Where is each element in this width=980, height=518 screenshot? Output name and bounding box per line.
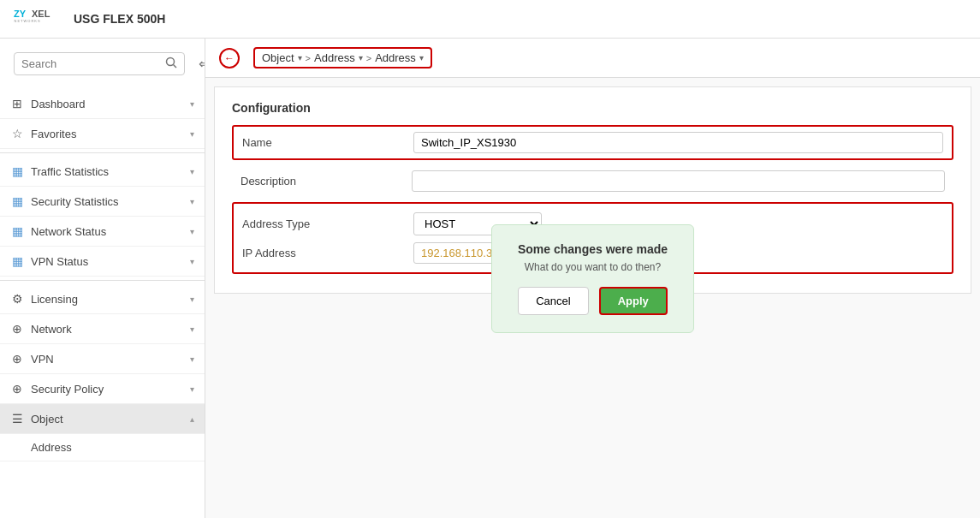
breadcrumb-separator: > [366,53,371,63]
sidebar-item-label: Licensing [31,293,78,306]
security-policy-icon: ⊕ [10,382,24,396]
chevron-up-icon: ▴ [190,414,194,424]
logo-area: ZY XEL NETWORKS USG FLEX 500H [14,5,165,33]
search-input[interactable] [21,57,165,70]
breadcrumb-bar: ← Object ▾ > Address ▾ > Address ▾ [205,39,980,78]
name-input[interactable] [413,132,943,153]
sidebar-toggle[interactable]: ⇐ [199,56,205,72]
chevron-icon: ▾ [190,354,194,364]
divider [0,152,205,153]
breadcrumb-dropdown-icon[interactable]: ▾ [419,53,424,63]
chevron-icon: ▾ [190,384,194,394]
sidebar-item-label: Favorites [31,128,76,140]
search-icon [165,57,177,68]
name-label: Name [242,136,413,149]
search-icon-btn[interactable] [165,57,177,71]
vpn-icon: ⊕ [10,352,24,366]
description-input[interactable] [412,170,945,192]
sidebar-item-label: Network [31,323,72,336]
form-title: Configuration [232,101,953,115]
svg-text:ZY: ZY [14,8,27,18]
breadcrumb-separator: > [306,53,311,63]
sidebar-item-object[interactable]: ☰ Object ▴ [0,404,205,434]
cancel-button[interactable]: Cancel [518,287,588,315]
chevron-icon: ▾ [190,129,194,139]
sidebar-item-vpn-status[interactable]: ▦ VPN Status ▾ [0,247,205,277]
sidebar-item-label: Dashboard [31,98,86,110]
sidebar-item-label: VPN Status [31,255,88,268]
ip-address-label: IP Address [242,247,413,259]
divider [0,280,205,281]
chevron-icon: ▾ [190,324,194,334]
content-area: ← Object ▾ > Address ▾ > Address ▾ [205,39,980,518]
sidebar-item-label: Security Policy [31,383,104,396]
name-row: Name [232,125,953,160]
security-stats-icon: ▦ [10,194,24,208]
svg-line-4 [174,65,177,68]
sidebar-item-label: Object [31,413,63,426]
sidebar-sub-address[interactable]: Address [0,434,205,461]
sidebar-item-network-status[interactable]: ▦ Network Status ▾ [0,217,205,247]
breadcrumb-address1[interactable]: Address ▾ [314,51,363,64]
description-row: Description [232,165,953,197]
sidebar-item-licensing[interactable]: ⚙ Licensing ▾ [0,284,205,314]
breadcrumb-address2[interactable]: Address ▾ [375,51,424,64]
breadcrumb-object[interactable]: Object ▾ [262,51,302,64]
chevron-icon: ▾ [190,227,194,236]
model-name: USG FLEX 500H [74,12,165,26]
breadcrumb-label: Object [262,51,294,64]
sidebar-item-vpn[interactable]: ⊕ VPN ▾ [0,344,205,374]
dashboard-icon: ⊞ [10,97,24,110]
popup-dialog: Some changes were made What do you want … [491,224,694,333]
sidebar-item-security-policy[interactable]: ⊕ Security Policy ▾ [0,374,205,404]
traffic-icon: ▦ [10,164,24,178]
favorites-icon: ☆ [10,127,24,140]
apply-button[interactable]: Apply [599,287,668,315]
breadcrumb-container: Object ▾ > Address ▾ > Address ▾ [253,47,432,68]
breadcrumb-dropdown-icon[interactable]: ▾ [359,53,363,63]
popup-subtitle: What do you want to do then? [518,261,668,273]
sidebar-item-label: VPN [31,353,54,366]
svg-text:XEL: XEL [32,8,50,18]
sidebar: ⇐ ⊞ Dashboard ▾ ☆ Favorites ▾ ▦ Traffic … [0,39,205,518]
sidebar-item-security-stats[interactable]: ▦ Security Statistics ▾ [0,187,205,217]
search-box[interactable] [14,52,185,75]
object-icon: ☰ [10,412,24,426]
sidebar-item-label: Traffic Statistics [31,165,109,178]
description-label: Description [241,175,412,188]
sidebar-item-network[interactable]: ⊕ Network ▾ [0,314,205,344]
chevron-icon: ▾ [190,197,194,206]
chevron-icon: ▾ [190,167,194,176]
breadcrumb-back-button[interactable]: ← [219,48,240,68]
network-icon: ⊕ [10,322,24,336]
breadcrumb-label: Address [314,51,355,64]
sidebar-item-traffic-stats[interactable]: ▦ Traffic Statistics ▾ [0,157,205,187]
network-status-icon: ▦ [10,224,24,238]
chevron-icon: ▾ [190,99,194,109]
address-type-label: Address Type [242,217,413,230]
popup-title: Some changes were made [518,242,668,256]
popup-buttons: Cancel Apply [518,287,668,315]
sidebar-item-favorites[interactable]: ☆ Favorites ▾ [0,119,205,149]
breadcrumb-dropdown-icon[interactable]: ▾ [298,53,302,63]
chevron-icon: ▾ [190,295,194,304]
sidebar-item-label: Network Status [31,225,106,238]
sub-item-label: Address [31,441,72,454]
breadcrumb-label: Address [375,51,416,64]
chevron-icon: ▾ [190,257,194,266]
sidebar-item-label: Security Statistics [31,195,119,208]
sidebar-item-dashboard[interactable]: ⊞ Dashboard ▾ [0,89,205,119]
app-header: ZY XEL NETWORKS USG FLEX 500H [0,0,980,39]
zyxel-logo: ZY XEL NETWORKS [14,5,65,33]
main-layout: ⇐ ⊞ Dashboard ▾ ☆ Favorites ▾ ▦ Traffic … [0,39,980,518]
svg-point-3 [167,58,175,66]
licensing-icon: ⚙ [10,292,24,306]
vpn-status-icon: ▦ [10,254,24,268]
svg-text:NETWORKS: NETWORKS [15,18,41,22]
